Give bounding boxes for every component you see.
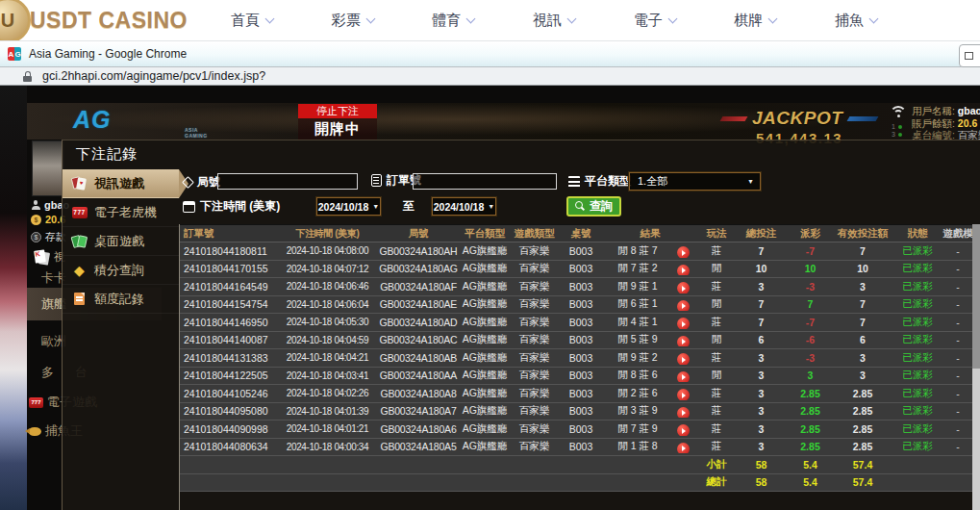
nav-item-1[interactable]: 彩票	[332, 12, 374, 30]
table-cell: 已派彩	[892, 369, 942, 382]
table-cell: 已派彩	[892, 297, 942, 311]
slot-icon: 777	[71, 205, 88, 220]
table-cell: 2024-10-18 04:06:46	[279, 281, 376, 292]
replay-button[interactable]	[677, 300, 690, 312]
table-cell: 7	[833, 298, 892, 310]
table-header-row: 訂單號下注時間 (美東)局號平台類型遊戲類型桌號結果玩法總投注派彩有效投注額狀態…	[180, 224, 972, 242]
table-cell: 百家樂	[509, 422, 560, 436]
result-text: 閒 8 莊 6	[602, 369, 673, 382]
platform-select[interactable]: 1.全部▼	[629, 172, 761, 191]
sidebar-item-label: 電子老虎機	[94, 204, 157, 221]
nav-item-2[interactable]: 體育	[432, 12, 474, 30]
table-cell: 241018044180811	[180, 245, 279, 257]
table-cell: 2024-10-18 04:06:04	[279, 299, 376, 310]
result-text: 閒 7 莊 2	[602, 262, 673, 275]
table-cell: 2024-10-18 04:05:30	[279, 317, 376, 327]
table-cell: 2.85	[788, 405, 833, 417]
table-cell: 241018044140087	[180, 334, 279, 345]
table-cell: -	[942, 388, 972, 399]
table-cell: 2.85	[788, 441, 833, 452]
nav-item-label: 捕魚	[835, 12, 864, 30]
replay-button[interactable]	[677, 318, 690, 329]
column-header: 狀態	[892, 227, 942, 241]
dropdown-arrow-icon: ▼	[488, 203, 494, 210]
table-cell: GB00324A180A5	[376, 441, 461, 452]
table-cell: B003	[560, 370, 602, 381]
sidebar-item-label: 積分查詢	[94, 262, 144, 279]
table-cell: -7	[788, 245, 833, 257]
sidebar-item-video-games[interactable]: ♥視訊遊戲	[63, 169, 179, 198]
result-text: 閒 4 莊 1	[602, 316, 673, 329]
sidebar-item-table-games[interactable]: 桌面遊戲	[63, 227, 179, 256]
url-text[interactable]: gci.2hhapi.com/agingame/pcv1/index.jsp?	[42, 69, 265, 83]
replay-button[interactable]	[677, 443, 690, 454]
window-control-button[interactable]	[959, 44, 980, 67]
sidebar-item-points-query[interactable]: ◆積分查詢	[63, 256, 179, 285]
nav-item-6[interactable]: 捕魚	[835, 12, 877, 30]
column-header: 局號	[376, 227, 461, 241]
table-cell: 百家樂	[509, 404, 560, 418]
search-button[interactable]: 查詢	[566, 196, 621, 217]
green-dot-icon	[898, 133, 902, 137]
table-cell: 已派彩	[892, 404, 942, 418]
replay-button[interactable]	[677, 353, 690, 365]
ag-page: AG ASIA GAMING 停止下注 開牌中 JACKPOT 541,443.…	[27, 86, 980, 510]
subtotal-row-cell: 5.4	[788, 459, 833, 471]
column-header: 桌號	[560, 227, 602, 241]
order-input[interactable]	[413, 173, 557, 190]
replay-button[interactable]	[677, 371, 690, 383]
replay-button[interactable]	[677, 282, 690, 293]
nav-item-label: 棋牌	[734, 12, 763, 30]
table-cell: 3	[833, 352, 892, 364]
signal-row: 1	[892, 123, 902, 131]
table-row: 2410180441225052024-10-18 04:03:41GB0032…	[180, 368, 972, 386]
round-input[interactable]	[217, 173, 358, 190]
fish-icon	[29, 427, 41, 436]
chevron-down-icon	[768, 14, 778, 24]
table-cell: 6	[735, 334, 788, 345]
table-cell: 7	[735, 298, 788, 310]
table-cell: GB00324A180AA	[376, 370, 461, 381]
replay-button[interactable]	[677, 389, 690, 400]
table-cell: 2024-10-18 04:08:00	[279, 245, 376, 256]
table-cell: -	[942, 352, 972, 364]
table-cell: B003	[560, 245, 602, 257]
replay-button[interactable]	[677, 424, 690, 436]
nav-item-0[interactable]: 首頁	[231, 12, 273, 30]
table-row: 2410180441052462024-10-18 04:02:26GB0032…	[180, 385, 972, 403]
table-row: 2410180441808112024-10-18 04:08:00GB0032…	[180, 242, 972, 261]
replay-button[interactable]	[677, 407, 690, 419]
money-icon: $	[31, 215, 41, 225]
chevron-down-icon	[466, 14, 476, 24]
sidebar-item-slot-machines[interactable]: 777電子老虎機	[63, 198, 179, 227]
table-cell: 閒 7 莊 9	[602, 422, 698, 436]
total-row-cell: 57.4	[833, 476, 892, 488]
bet-record-modal: 下注記錄 ♥視訊遊戲777電子老虎機桌面遊戲◆積分查詢額度記錄 局號 訂單號 平…	[62, 140, 980, 510]
date-to-select[interactable]: 2024/10/18▼	[432, 197, 496, 216]
table-cell: 莊	[698, 404, 735, 418]
column-header: 下注時間 (美東)	[279, 227, 376, 241]
table-cell: AG旗艦廳	[461, 280, 509, 293]
table-cell: GB00324A180A6	[376, 423, 461, 435]
replay-button[interactable]	[677, 246, 690, 258]
nav-item-4[interactable]: 電子	[634, 12, 676, 30]
column-header: 遊戲類型	[509, 227, 560, 241]
table-cell: B003	[560, 423, 602, 435]
replay-button[interactable]	[677, 336, 690, 347]
table-cell: 閒 2 莊 6	[602, 387, 698, 400]
table-cell: 3	[735, 370, 788, 381]
scrollbar-thumb[interactable]	[972, 224, 980, 369]
nav-item-3[interactable]: 視訊	[533, 12, 575, 30]
replay-button[interactable]	[677, 265, 690, 276]
table-scrollbar[interactable]	[972, 224, 980, 510]
site-logo[interactable]: USDT CASINO	[30, 8, 188, 34]
nav-item-5[interactable]: 棋牌	[734, 12, 776, 30]
table-cell: 2024-10-18 04:00:34	[279, 442, 376, 452]
address-bar[interactable]: gci.2hhapi.com/agingame/pcv1/index.jsp?	[0, 67, 980, 86]
table-cell: AG旗艦廳	[461, 333, 509, 346]
chevron-down-icon	[868, 14, 878, 24]
padlock-icon[interactable]	[23, 71, 32, 82]
sidebar-item-quota-records[interactable]: 額度記錄	[63, 285, 179, 314]
date-from-select[interactable]: 2024/10/18▼	[316, 197, 381, 216]
result-text: 閒 8 莊 7	[602, 244, 673, 258]
